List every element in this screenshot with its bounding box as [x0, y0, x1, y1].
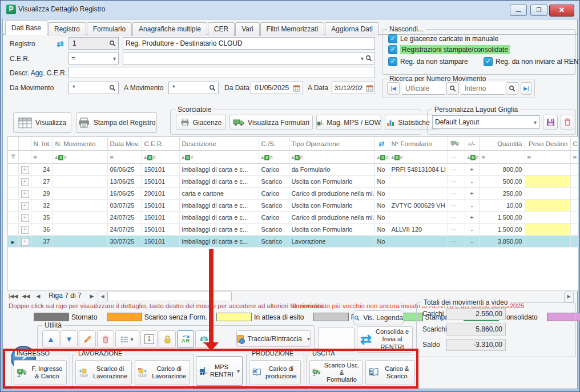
edit-pencil-button[interactable] [79, 330, 96, 348]
checkbox-icon[interactable] [484, 57, 493, 66]
traccia-rintraccia-button[interactable]: Traccia/Rintraccia [236, 330, 311, 347]
ufficiale-field[interactable] [404, 84, 443, 93]
header-segno[interactable]: +/- [465, 137, 479, 151]
restore-button[interactable] [530, 5, 547, 16]
filter-abc[interactable] [179, 151, 259, 164]
move-down-button[interactable]: ▼ [61, 330, 78, 348]
header-n-int[interactable]: N. Int. [31, 137, 53, 151]
da-data-value[interactable] [253, 83, 291, 92]
carico-produzione-button[interactable]: C Carico di produzione [249, 360, 301, 385]
header-descrizione[interactable]: Descrizione [179, 137, 259, 151]
scarico-lavorazione-button[interactable]: Scarico di Lavorazione [75, 360, 132, 385]
search-interno-button[interactable] [506, 82, 518, 95]
nav-prev-page-button[interactable] [21, 293, 31, 300]
registro-value[interactable] [71, 39, 107, 48]
hscroll-right-button[interactable]: ▶ [564, 292, 574, 302]
a-movimento-value[interactable] [171, 83, 207, 92]
filter-equals[interactable] [107, 151, 142, 164]
filter-equals[interactable] [31, 151, 53, 164]
header-data-mov[interactable]: Data Mov. [107, 137, 142, 151]
delete-row-button[interactable] [97, 330, 114, 348]
filter-abc[interactable] [289, 151, 374, 164]
nav-first-button[interactable] [7, 293, 19, 300]
filter-abc[interactable] [389, 151, 448, 164]
ellipsis-button[interactable] [448, 200, 465, 212]
descr-agg-cer-input[interactable] [69, 67, 375, 78]
header-peso-destino[interactable]: Peso Destino [525, 137, 570, 151]
rename-ab-button[interactable]: AB [177, 330, 194, 348]
checkbox-reg-non-inviare[interactable]: Reg. da non inviare al RENTRI [484, 57, 580, 66]
header-cs[interactable]: C./S. [259, 137, 289, 151]
nav-prev-button[interactable] [33, 293, 43, 300]
a-movimento-input[interactable] [168, 82, 219, 94]
table-row[interactable]: 27 13/06/25150101 imballaggi di carta e … [8, 176, 578, 188]
header-last[interactable]: C [570, 137, 578, 151]
expand-icon[interactable] [21, 202, 29, 210]
f-ingresso-carico-button[interactable]: C F. Ingresso & Carico [14, 360, 67, 385]
expand-icon[interactable] [21, 166, 29, 174]
expand-icon[interactable] [21, 226, 29, 234]
hscroll-left-button[interactable]: ◀ [98, 292, 107, 302]
registro-input[interactable] [69, 37, 119, 50]
da-data-input[interactable] [251, 82, 303, 94]
lock-button[interactable] [159, 330, 176, 348]
search-icon[interactable] [109, 84, 116, 91]
tab-dati-base[interactable]: Dati Base [5, 20, 47, 35]
filter-abc[interactable] [259, 151, 289, 164]
filter-abc[interactable] [465, 151, 479, 164]
visualizza-button[interactable]: Visualizza [13, 112, 71, 133]
checkbox-giacenze-manuale[interactable]: Le giacenze caricate in manuale [388, 34, 498, 43]
interno-field[interactable] [464, 84, 502, 93]
list-options-button[interactable] [115, 330, 139, 348]
close-button[interactable] [549, 5, 574, 17]
table-row[interactable]: 29 16/06/25200101 carta e cartoneCarico … [8, 188, 578, 200]
tab-anagrafiche-multiple[interactable]: Anagrafiche multiple [132, 22, 207, 36]
filter-abc[interactable] [374, 151, 389, 164]
giacenze-button[interactable]: Giacenze [176, 115, 226, 130]
filter-cell[interactable] [18, 151, 31, 164]
header-tipo-operazione[interactable]: Tipo Operazione [289, 137, 374, 151]
filter-abc[interactable] [142, 151, 179, 164]
table-row[interactable]: 24 06/06/25150101 imballaggi di carta e … [8, 164, 578, 176]
filter-funnel-icon[interactable] [8, 151, 18, 164]
checkbox-registrazioni-stampate[interactable]: Registrazioni stampate/consolidate [388, 45, 510, 54]
move-up-button[interactable]: ▲ [42, 330, 59, 348]
tab-registro[interactable]: Registro [48, 22, 86, 36]
calendar-icon[interactable] [293, 84, 300, 92]
stampa-registro-button[interactable]: Stampa del Registro [76, 112, 157, 133]
a-data-input[interactable] [332, 82, 375, 94]
checkbox-icon[interactable] [388, 34, 397, 43]
filter-equals[interactable] [570, 151, 578, 164]
consolida-invia-rentri-button[interactable]: Consolida e Invia al RENTRI [357, 326, 413, 353]
search-icon[interactable] [365, 55, 372, 62]
visualizza-formulari-button[interactable]: Visualizza Formulari [229, 115, 313, 130]
ellipsis-button[interactable] [448, 224, 465, 236]
filter-abc[interactable] [53, 151, 107, 164]
filter-equals[interactable] [525, 151, 570, 164]
tab-aggiorna-dati[interactable]: Aggiorna Dati [325, 22, 379, 36]
a-data-value[interactable] [333, 84, 364, 92]
search-icon[interactable] [209, 84, 216, 91]
ellipsis-button[interactable] [448, 188, 465, 200]
cer-value[interactable] [126, 54, 357, 63]
notes-box[interactable] [318, 328, 355, 351]
header-cer[interactable]: C.E.R. [142, 137, 179, 151]
mps-rentri-button[interactable]: MPS RENTRI [196, 356, 243, 386]
ellipsis-button[interactable] [448, 212, 465, 224]
tab-formulario[interactable]: Formulario [87, 22, 132, 36]
header-formulario[interactable]: N° Formulario [389, 137, 448, 151]
interno-input[interactable] [461, 82, 505, 95]
filter-equals[interactable] [479, 151, 525, 164]
header-quantita[interactable]: Quantità [479, 137, 525, 151]
first-movement-button[interactable]: |◀ [387, 82, 400, 95]
expand-icon[interactable] [21, 190, 29, 198]
vis-legenda-button[interactable]: Vis. Legenda [353, 310, 404, 325]
tab-cer[interactable]: CER [208, 22, 235, 36]
checkbox-icon[interactable] [388, 45, 397, 54]
table-row[interactable]: 32 03/07/25150101 imballaggi di carta e … [8, 200, 578, 212]
table-row-selected[interactable]: 37 30/07/25150101 imballaggi di carta e … [8, 236, 578, 248]
truck-column-icon[interactable] [448, 137, 465, 151]
expand-icon[interactable] [21, 238, 29, 246]
descr-agg-cer-value[interactable] [71, 68, 372, 77]
filter-ellipsis[interactable] [448, 151, 465, 164]
